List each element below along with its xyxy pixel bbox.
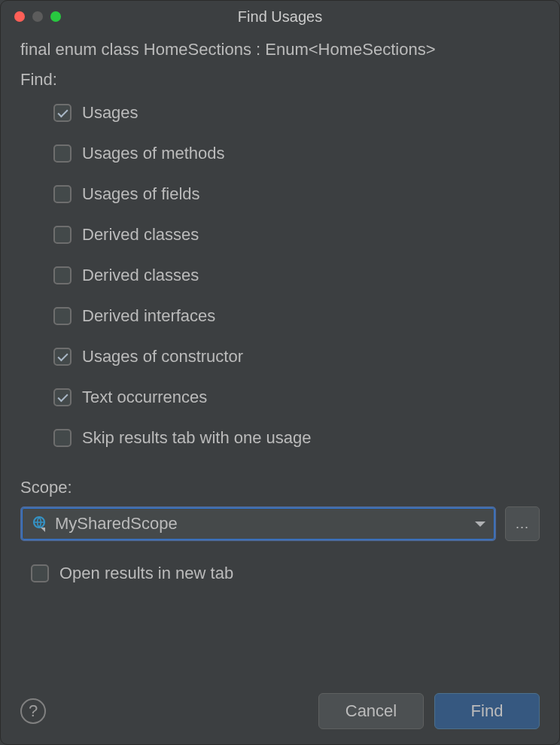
checkbox-skip-results[interactable] — [53, 429, 72, 447]
checkbox-label: Text occurrences — [82, 388, 207, 407]
checkbox-row-usages-fields: Usages of fields — [53, 184, 540, 204]
checkbox-row-skip-results: Skip results tab with one usage — [53, 428, 540, 448]
dialog-content: final enum class HomeSections : Enum<Hom… — [1, 32, 559, 744]
checkbox-label: Usages of methods — [82, 144, 225, 163]
checkbox-row-derived-interfaces: Derived interfaces — [53, 306, 540, 326]
find-usages-dialog: Find Usages final enum class HomeSection… — [0, 0, 560, 745]
checkbox-label: Derived classes — [82, 266, 199, 285]
checkbox-row-usages: Usages — [53, 103, 540, 123]
checkbox-usages-constructor[interactable] — [53, 348, 72, 366]
help-button[interactable]: ? — [20, 698, 46, 724]
scope-value: MySharedScope — [55, 514, 475, 534]
window-title: Find Usages — [238, 8, 322, 26]
open-new-tab-row: Open results in new tab — [20, 564, 540, 583]
checkbox-open-new-tab[interactable] — [31, 564, 49, 582]
chevron-down-icon — [475, 522, 485, 527]
checkbox-usages-methods[interactable] — [53, 144, 72, 163]
scope-section-label: Scope: — [20, 478, 540, 497]
maximize-window-button[interactable] — [50, 11, 61, 22]
checkbox-row-derived-classes-2: Derived classes — [53, 266, 540, 285]
checkbox-derived-classes-1[interactable] — [53, 226, 72, 244]
scope-dropdown[interactable]: MySharedScope — [20, 506, 496, 541]
dialog-footer: ? Cancel Find — [20, 678, 540, 729]
checkbox-label: Open results in new tab — [59, 564, 233, 583]
class-signature: final enum class HomeSections : Enum<Hom… — [20, 40, 540, 59]
window-controls — [14, 11, 61, 22]
checkbox-derived-interfaces[interactable] — [53, 307, 72, 325]
checkbox-label: Derived classes — [82, 225, 199, 245]
checkbox-row-usages-constructor: Usages of constructor — [53, 347, 540, 366]
checkbox-row-text-occurrences: Text occurrences — [53, 388, 540, 407]
shared-scope-icon — [31, 515, 47, 532]
checkbox-usages[interactable] — [53, 104, 72, 122]
checkbox-row-usages-methods: Usages of methods — [53, 144, 540, 163]
checkbox-label: Usages of constructor — [82, 347, 243, 366]
scope-row: MySharedScope ... — [20, 506, 540, 541]
titlebar: Find Usages — [1, 1, 559, 32]
find-options-list: Usages Usages of methods Usages of field… — [20, 103, 540, 448]
checkbox-derived-classes-2[interactable] — [53, 266, 72, 284]
cancel-button[interactable]: Cancel — [318, 693, 424, 729]
find-button[interactable]: Find — [434, 693, 540, 729]
checkbox-label: Derived interfaces — [82, 306, 215, 326]
checkbox-label: Usages of fields — [82, 184, 200, 204]
minimize-window-button[interactable] — [32, 11, 43, 22]
checkbox-row-derived-classes-1: Derived classes — [53, 225, 540, 245]
checkbox-usages-fields[interactable] — [53, 185, 72, 203]
scope-more-button[interactable]: ... — [505, 506, 540, 541]
checkbox-label: Skip results tab with one usage — [82, 428, 312, 448]
find-section-label: Find: — [20, 70, 540, 90]
close-window-button[interactable] — [14, 11, 25, 22]
checkbox-text-occurrences[interactable] — [53, 388, 72, 406]
checkbox-label: Usages — [82, 103, 138, 123]
